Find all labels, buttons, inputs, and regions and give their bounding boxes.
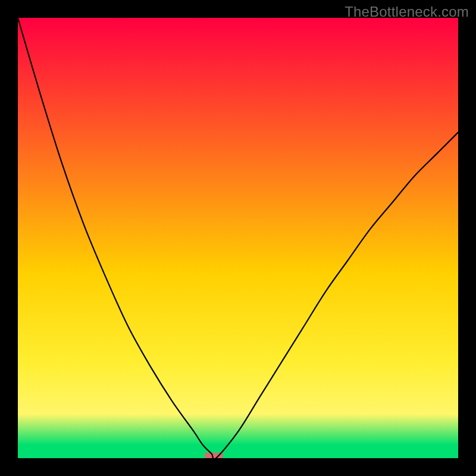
watermark-text: TheBottleneck.com [345, 4, 469, 20]
bottleneck-chart [18, 18, 458, 458]
chart-background [18, 18, 458, 458]
